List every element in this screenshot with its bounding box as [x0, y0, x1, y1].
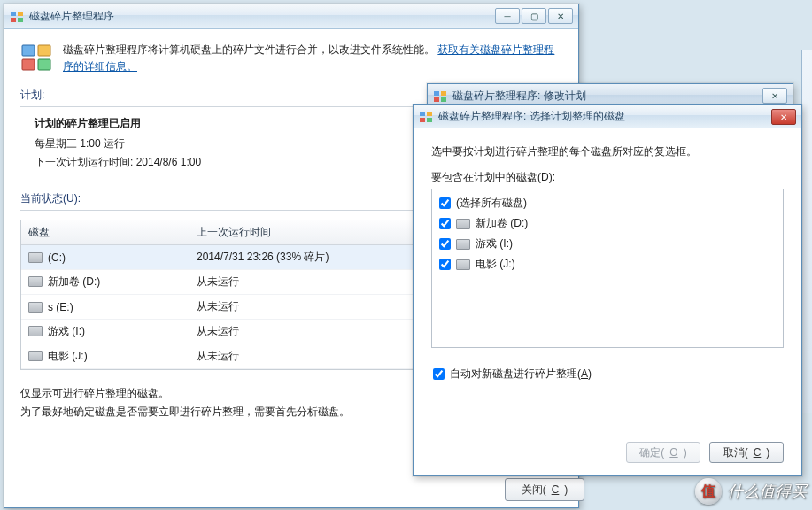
- main-titlebar[interactable]: 磁盘碎片整理程序 ─ ▢ ✕: [4, 4, 578, 29]
- disk-name: (C:): [48, 251, 66, 264]
- volume-icon: [28, 302, 43, 313]
- select-disks-title: 磁盘碎片整理程序: 选择计划整理的磁盘: [438, 109, 625, 124]
- svg-rect-4: [22, 45, 35, 56]
- svg-rect-9: [441, 91, 446, 96]
- disk-checkbox[interactable]: [439, 197, 451, 209]
- auto-defrag-label: 自动对新磁盘进行碎片整理(A): [450, 367, 592, 382]
- background-window-sliver: [801, 50, 812, 413]
- list-item[interactable]: 游戏 (I:): [437, 234, 777, 254]
- svg-rect-7: [38, 59, 50, 70]
- svg-rect-15: [427, 118, 432, 122]
- disk-check-label: 电影 (J:): [476, 257, 515, 272]
- svg-rect-2: [11, 18, 16, 22]
- smzdm-watermark: 值 什么值得买: [695, 478, 807, 505]
- svg-rect-11: [441, 97, 446, 102]
- auto-defrag-new-disks-checkbox[interactable]: 自动对新磁盘进行碎片整理(A): [431, 364, 784, 384]
- hidden-close-button[interactable]: 关闭(C): [505, 478, 584, 501]
- col-disk-header[interactable]: 磁盘: [21, 220, 189, 244]
- svg-rect-3: [18, 18, 23, 22]
- auto-defrag-checkbox-input[interactable]: [433, 368, 445, 380]
- disk-check-label: (选择所有磁盘): [456, 196, 527, 211]
- disk-check-label: 新加卷 (D:): [476, 216, 528, 231]
- intro-block: 磁盘碎片整理程序将计算机硬盘上的碎片文件进行合并，以改进文件系统性能。 获取有关…: [20, 42, 562, 75]
- svg-rect-14: [420, 118, 425, 122]
- svg-rect-6: [22, 59, 35, 70]
- cancel-button[interactable]: 取消(C): [709, 442, 784, 463]
- smzdm-logo-icon: 值: [695, 478, 722, 505]
- volume-icon: [28, 351, 43, 361]
- intro-text: 磁盘碎片整理程序将计算机硬盘上的碎片文件进行合并，以改进文件系统性能。: [63, 43, 435, 56]
- svg-rect-10: [434, 97, 439, 102]
- defrag-app-icon: [419, 110, 433, 124]
- svg-rect-5: [38, 45, 50, 56]
- select-disks-titlebar[interactable]: 磁盘碎片整理程序: 选择计划整理的磁盘 ✕: [414, 105, 801, 128]
- list-item[interactable]: 电影 (J:): [437, 254, 777, 274]
- ok-button[interactable]: 确定(O): [626, 442, 700, 463]
- list-item[interactable]: 新加卷 (D:): [437, 213, 777, 234]
- disk-checkbox[interactable]: [439, 238, 451, 250]
- smzdm-text: 什么值得买: [727, 481, 807, 502]
- volume-icon: [456, 259, 470, 270]
- disk-name: s (E:): [48, 301, 73, 313]
- svg-rect-12: [420, 112, 425, 116]
- disk-checkbox[interactable]: [439, 259, 451, 270]
- svg-rect-1: [18, 12, 23, 16]
- close-button[interactable]: ✕: [548, 8, 573, 24]
- minimize-button[interactable]: ─: [495, 8, 520, 24]
- maximize-button[interactable]: ▢: [522, 8, 546, 24]
- disk-checkbox[interactable]: [439, 218, 451, 229]
- defrag-app-icon: [433, 89, 447, 104]
- disk-name: 电影 (J:): [48, 350, 88, 362]
- volume-icon: [456, 219, 470, 229]
- volume-icon: [28, 326, 43, 336]
- disk-list-label: 要包含在计划中的磁盘(D):: [431, 170, 784, 185]
- main-title: 磁盘碎片整理程序: [29, 9, 114, 24]
- volume-icon: [28, 276, 43, 287]
- close-button[interactable]: ✕: [771, 109, 796, 125]
- close-button[interactable]: ✕: [762, 88, 787, 104]
- disk-checklist[interactable]: (选择所有磁盘)新加卷 (D:)游戏 (I:)电影 (J:): [431, 189, 784, 348]
- disk-name: 游戏 (I:): [48, 325, 85, 337]
- svg-rect-8: [434, 91, 439, 96]
- disk-name: 新加卷 (D:): [48, 275, 100, 288]
- select-disks-hint: 选中要按计划进行碎片整理的每个磁盘所对应的复选框。: [431, 144, 784, 159]
- modify-schedule-title: 磁盘碎片整理程序: 修改计划: [452, 89, 586, 104]
- list-item[interactable]: (选择所有磁盘): [437, 193, 777, 213]
- volume-icon: [456, 239, 470, 250]
- svg-rect-0: [11, 12, 16, 16]
- select-disks-dialog: 磁盘碎片整理程序: 选择计划整理的磁盘 ✕ 选中要按计划进行碎片整理的每个磁盘所…: [413, 104, 802, 476]
- defrag-large-icon: [20, 42, 52, 73]
- svg-rect-13: [427, 112, 432, 116]
- disk-check-label: 游戏 (I:): [476, 236, 513, 251]
- defrag-app-icon: [10, 10, 24, 24]
- volume-icon: [28, 252, 43, 263]
